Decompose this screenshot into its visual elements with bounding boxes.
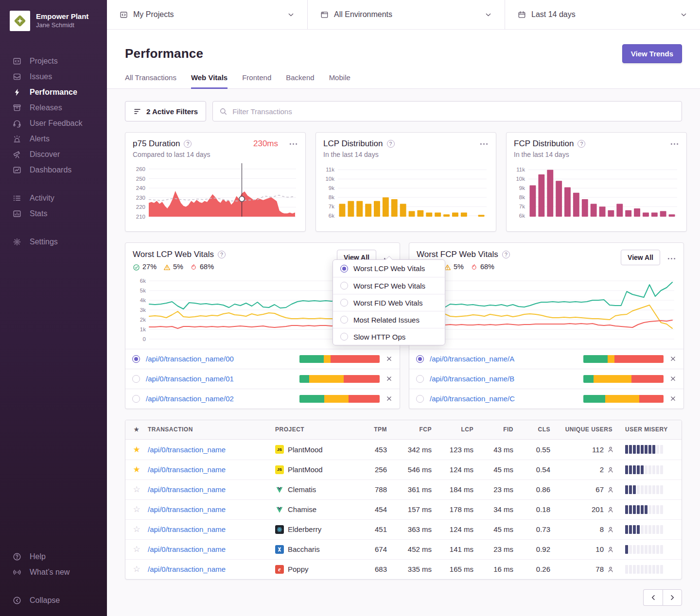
menu-option-worst-fid-web-vitals[interactable]: Worst FID Web Vitals [333, 294, 445, 311]
project-cell[interactable]: JSPlantMood [275, 465, 352, 474]
star-toggle[interactable]: ★ [125, 464, 148, 475]
remove-transaction-button[interactable] [669, 375, 677, 382]
sidebar-item-issues[interactable]: Issues [0, 69, 107, 85]
next-page-button[interactable] [663, 589, 682, 606]
project-cell[interactable]: Clematis [275, 485, 352, 494]
search-box[interactable] [212, 101, 682, 121]
transaction-link[interactable]: /api/0/transaction_name/00 [146, 355, 234, 363]
view-all-button[interactable]: View All [621, 250, 660, 265]
column-header-cls[interactable]: CLS [513, 426, 550, 433]
sidebar-item-alerts[interactable]: Alerts [0, 131, 107, 147]
remove-transaction-button[interactable] [385, 375, 393, 382]
column-header-user-misery[interactable]: USER MISERY [614, 426, 682, 433]
help-icon[interactable]: ? [184, 140, 192, 148]
active-filters-button[interactable]: 2 Active Filters [125, 101, 206, 121]
topbar-my-projects-selector[interactable]: My Projects [107, 0, 307, 29]
sidebar-item-releases[interactable]: Releases [0, 100, 107, 116]
project-cell[interactable]: Elderberry [275, 525, 352, 534]
sidebar-item-collapse[interactable]: Collapse [0, 593, 107, 608]
help-icon[interactable]: ? [387, 140, 395, 148]
star-toggle[interactable]: ☆ [125, 544, 148, 554]
column-header-unique-users[interactable]: UNIQUE USERS [550, 426, 614, 433]
column-header-fid[interactable]: FID [473, 426, 513, 433]
column-header-project[interactable]: PROJECT [275, 426, 352, 433]
tab-web-vitals[interactable]: Web Vitals [191, 73, 228, 89]
sidebar-item-label: Performance [30, 88, 77, 97]
card-menu-button[interactable] [670, 139, 679, 149]
transaction-link[interactable]: /api/0/transaction_name/02 [146, 394, 234, 403]
transaction-link[interactable]: /api/0/transaction_name [148, 545, 275, 553]
project-cell[interactable]: JSPlantMood [275, 445, 352, 454]
project-cell[interactable]: ePoppy [275, 565, 352, 574]
column-header-transaction[interactable]: TRANSACTION [148, 426, 275, 433]
star-toggle[interactable]: ☆ [125, 524, 148, 534]
transaction-link[interactable]: /api/0/transaction_name [148, 485, 275, 494]
sidebar-item-dashboards[interactable]: Dashboards [0, 162, 107, 178]
card-menu-button[interactable] [289, 139, 298, 149]
star-column-header-icon[interactable]: ★ [125, 426, 148, 433]
topbar-last-14-days-selector[interactable]: Last 14 days [505, 0, 700, 29]
view-trends-button[interactable]: View Trends [622, 44, 682, 63]
sidebar-item-discover[interactable]: Discover [0, 147, 107, 162]
menu-option-radio[interactable] [340, 265, 348, 273]
menu-option-radio[interactable] [340, 316, 348, 324]
sidebar-item-performance[interactable]: Performance [0, 85, 107, 100]
tpm-value: 674 [352, 545, 387, 553]
tab-frontend[interactable]: Frontend [242, 73, 271, 89]
sidebar-item-stats[interactable]: Stats [0, 206, 107, 222]
menu-option-radio[interactable] [340, 299, 348, 307]
star-toggle[interactable]: ☆ [125, 504, 148, 514]
transaction-link[interactable]: /api/0/transaction_name/C [430, 394, 515, 403]
help-icon[interactable]: ? [218, 251, 226, 258]
search-input[interactable] [232, 107, 675, 116]
column-header-tpm[interactable]: TPM [352, 426, 387, 433]
transaction-link[interactable]: /api/0/transaction_name/01 [146, 375, 234, 383]
star-toggle[interactable]: ★ [125, 445, 148, 455]
transaction-radio[interactable] [416, 355, 424, 363]
transaction-link[interactable]: /api/0/transaction_name [148, 565, 275, 573]
sidebar-item-what-s-new[interactable]: What’s new [0, 565, 107, 580]
transaction-link[interactable]: /api/0/transaction_name [148, 505, 275, 513]
tab-all-transactions[interactable]: All Transactions [125, 73, 176, 89]
tab-mobile[interactable]: Mobile [329, 73, 350, 89]
help-icon[interactable]: ? [502, 251, 510, 258]
column-header-fcp[interactable]: FCP [387, 426, 432, 433]
remove-transaction-button[interactable] [669, 395, 677, 402]
sidebar-item-activity[interactable]: Activity [0, 190, 107, 206]
transaction-radio[interactable] [416, 375, 424, 383]
menu-option-most-related-issues[interactable]: Most Related Issues [333, 311, 445, 328]
transaction-link[interactable]: /api/0/transaction_name [148, 465, 275, 474]
sidebar-item-projects[interactable]: Projects [0, 53, 107, 69]
tab-backend[interactable]: Backend [286, 73, 314, 89]
menu-option-slow-http-ops[interactable]: Slow HTTP Ops [333, 328, 445, 345]
transaction-radio[interactable] [132, 355, 140, 363]
org-switcher[interactable]: Empower Plant Jane Schmidt [0, 7, 107, 41]
card-menu-button[interactable] [479, 139, 489, 149]
remove-transaction-button[interactable] [385, 355, 393, 362]
transaction-link[interactable]: /api/0/transaction_name/A [430, 355, 514, 363]
menu-option-worst-fcp-web-vitals[interactable]: Worst FCP Web Vitals [333, 277, 445, 294]
menu-option-radio[interactable] [340, 333, 348, 341]
menu-option-label: Worst FID Web Vitals [353, 299, 423, 307]
transaction-radio[interactable] [132, 375, 140, 383]
star-toggle[interactable]: ☆ [125, 564, 148, 574]
project-cell[interactable]: Chamise [275, 505, 352, 514]
transaction-link[interactable]: /api/0/transaction_name [148, 525, 275, 533]
transaction-radio[interactable] [416, 395, 424, 403]
card-menu-button[interactable] [667, 254, 676, 263]
previous-page-button[interactable] [643, 589, 663, 606]
remove-transaction-button[interactable] [385, 395, 393, 402]
transaction-radio[interactable] [132, 395, 140, 403]
remove-transaction-button[interactable] [669, 355, 677, 362]
column-header-lcp[interactable]: LCP [432, 426, 473, 433]
transaction-link[interactable]: /api/0/transaction_name [148, 445, 275, 454]
topbar-all-environments-selector[interactable]: All Environments [307, 0, 505, 29]
help-icon[interactable]: ? [578, 140, 585, 148]
transaction-link[interactable]: /api/0/transaction_name/B [430, 375, 514, 383]
sidebar-item-user-feedback[interactable]: User Feedback [0, 116, 107, 131]
menu-option-radio[interactable] [340, 282, 348, 290]
project-cell[interactable]: Baccharis [275, 545, 352, 554]
sidebar-item-settings[interactable]: Settings [0, 234, 107, 250]
sidebar-item-help[interactable]: Help [0, 549, 107, 565]
star-toggle[interactable]: ☆ [125, 484, 148, 495]
